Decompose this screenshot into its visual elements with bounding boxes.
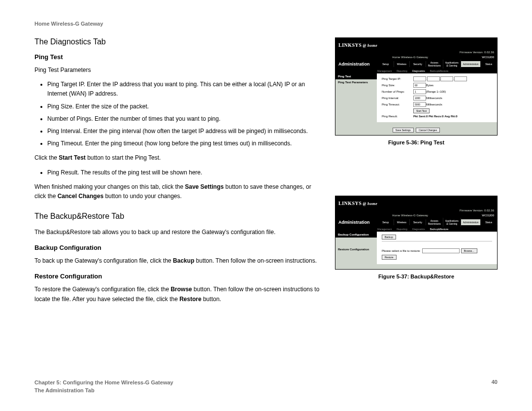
text: To back up the Gateway's configuration f…	[34, 257, 173, 264]
list-item: Number of Pings. Enter the number of tim…	[47, 114, 321, 124]
text-bold: Restore	[179, 296, 201, 303]
text-bold: Cancel Changes	[58, 193, 103, 200]
heading-backup-config: Backup Configuration	[34, 244, 321, 251]
tab-administration[interactable]: Administration	[461, 61, 481, 67]
subtab[interactable]: Management	[375, 68, 394, 73]
heading-restore-config: Restore Configuration	[34, 273, 321, 280]
figures-column: LINKSYS@ home Firmware Version: 0.02.36 …	[335, 37, 498, 309]
subtab[interactable]: Diagnostics	[410, 227, 428, 232]
text: button.	[201, 296, 221, 303]
text-bold: Start Test	[59, 154, 85, 161]
unit: Milliseconds	[426, 103, 442, 106]
section-title-backup: The Backup&Restore Tab	[34, 212, 321, 221]
top-tabs: Setup Wireless Security Access Restricti…	[378, 60, 497, 68]
tab-access[interactable]: Access Restrictions	[426, 60, 443, 68]
subtab-diagnostics[interactable]: Diagnostics	[410, 68, 428, 73]
side-label-ping: Ping Test	[335, 73, 377, 79]
tab-setup[interactable]: Setup	[378, 219, 394, 225]
figure-backup-restore: LINKSYS@ home Firmware Version: 0.02.36 …	[335, 196, 498, 270]
subtab[interactable]: Reporting	[394, 68, 410, 73]
ip-field-b[interactable]	[427, 76, 440, 81]
top-tabs: Setup Wireless Security Access Restricti…	[378, 218, 497, 227]
size-field[interactable]: 60	[413, 83, 426, 88]
list-item: Ping Timeout. Enter the ping timeout (ho…	[47, 139, 321, 148]
tab-security[interactable]: Security	[410, 61, 426, 67]
restore-button[interactable]: Restore	[382, 255, 397, 260]
tab-apps[interactable]: Applications & Gaming	[443, 218, 461, 227]
restore-hint: Please select a file to restore:	[382, 249, 421, 252]
tab-administration[interactable]: Administration	[461, 219, 481, 225]
label-interval: Ping Interval:	[382, 97, 413, 100]
tab-wireless[interactable]: Wireless	[394, 219, 410, 225]
side-label-params: Ping Test Parameters	[335, 79, 377, 85]
save-settings-button[interactable]: Save Settings	[393, 128, 414, 133]
text-backup-intro: The Backup&Restore tab allows you to bac…	[34, 228, 321, 237]
interval-field[interactable]: 1000	[413, 96, 426, 101]
label-timeout: Ping Timeout:	[382, 103, 413, 106]
footer-sub: The Administration Tab	[34, 387, 173, 394]
text-bold: Browse	[170, 286, 192, 293]
subtab[interactable]: Management	[375, 227, 394, 232]
tab-wireless[interactable]: Wireless	[394, 61, 410, 67]
text: button. Then follow the on-screen instru…	[194, 257, 317, 264]
text-save-note: When finished making your changes on thi…	[34, 182, 321, 201]
label-result: Ping Result:	[382, 115, 413, 118]
tab-apps[interactable]: Applications & Gaming	[443, 60, 461, 68]
ip-field-a[interactable]	[413, 76, 426, 81]
logo-athome: @ home	[363, 43, 377, 48]
ip-field-c[interactable]	[440, 76, 453, 81]
footer-chapter: Chapter 5: Configuring the Home Wireless…	[34, 379, 173, 386]
unit: Bytes	[426, 84, 433, 87]
cancel-changes-button[interactable]: Cancel Changes	[416, 128, 440, 133]
main-column: The Diagnostics Tab Ping Test Ping Test …	[34, 37, 321, 309]
timeout-field[interactable]: 5000	[413, 102, 426, 107]
text-restore: To restore the Gateway's configuration f…	[34, 285, 321, 304]
tab-setup[interactable]: Setup	[378, 61, 394, 67]
side-label-restore: Restore Configuration	[335, 246, 377, 252]
model-name: WCG200	[482, 214, 494, 217]
text-bold: Save Settings	[185, 183, 224, 190]
subtab[interactable]: Backup&Restore	[428, 68, 451, 73]
label-size: Ping Size:	[382, 84, 413, 87]
firmware-version: Firmware Version: 0.02.36	[460, 51, 494, 54]
browse-button[interactable]: Browse...	[461, 248, 477, 253]
logo-linksys: LINKSYS	[338, 42, 362, 48]
num-field[interactable]: 1	[413, 89, 426, 94]
figure-caption-ping: Figure 5-36: Ping Test	[335, 139, 498, 145]
label-num: Number of Pings:	[382, 90, 413, 93]
range-hint: (Range 1~100)	[426, 90, 446, 93]
list-item: Ping Result. The results of the ping tes…	[47, 168, 321, 177]
model-name: WCG200	[482, 56, 494, 59]
text: button to start the Ping Test.	[86, 154, 161, 161]
admin-title: Administration	[335, 60, 378, 68]
text-click-start: Click the Start Test button to start the…	[34, 153, 321, 163]
product-name: Home Wireless-G Gateway	[392, 56, 428, 59]
tab-security[interactable]: Security	[410, 219, 426, 225]
start-test-button[interactable]: Start Test	[413, 108, 430, 113]
text-backup: To back up the Gateway's configuration f…	[34, 256, 321, 266]
subtab[interactable]: Reporting	[394, 227, 410, 232]
file-path-field[interactable]	[422, 248, 460, 253]
tab-status[interactable]: Status	[481, 61, 497, 67]
list-item: Ping Size. Enter the size of the packet.	[47, 102, 321, 111]
admin-title: Administration	[335, 218, 378, 227]
result-value: Pkt Sent:0 Pkt Recv:0 Avg Rtt:0	[413, 115, 458, 118]
text: When finished making your changes on thi…	[34, 183, 185, 190]
text: button to undo your changes.	[103, 193, 182, 200]
subtab-backup[interactable]: Backup&Restore	[428, 227, 451, 232]
ip-field-d[interactable]	[454, 76, 467, 81]
backup-button[interactable]: Backup	[382, 235, 396, 240]
list-ping-result: Ping Result. The results of the ping tes…	[34, 168, 321, 177]
section-title-diagnostics: The Diagnostics Tab	[34, 37, 321, 46]
tab-status[interactable]: Status	[481, 219, 497, 225]
label-target-ip: Ping Target IP:	[382, 77, 413, 80]
tab-access[interactable]: Access Restrictions	[426, 218, 443, 227]
firmware-version: Firmware Version: 0.02.36	[460, 209, 494, 212]
unit: Milliseconds	[426, 97, 442, 100]
text: To restore the Gateway's configuration f…	[34, 286, 170, 293]
page-footer: Chapter 5: Configuring the Home Wireless…	[34, 379, 498, 394]
side-label-backup: Backup Configuration	[335, 232, 377, 238]
text-bold: Backup	[173, 257, 194, 264]
logo-athome: @ home	[363, 202, 377, 206]
figure-ping-test: LINKSYS@ home Firmware Version: 0.02.36 …	[335, 37, 498, 136]
